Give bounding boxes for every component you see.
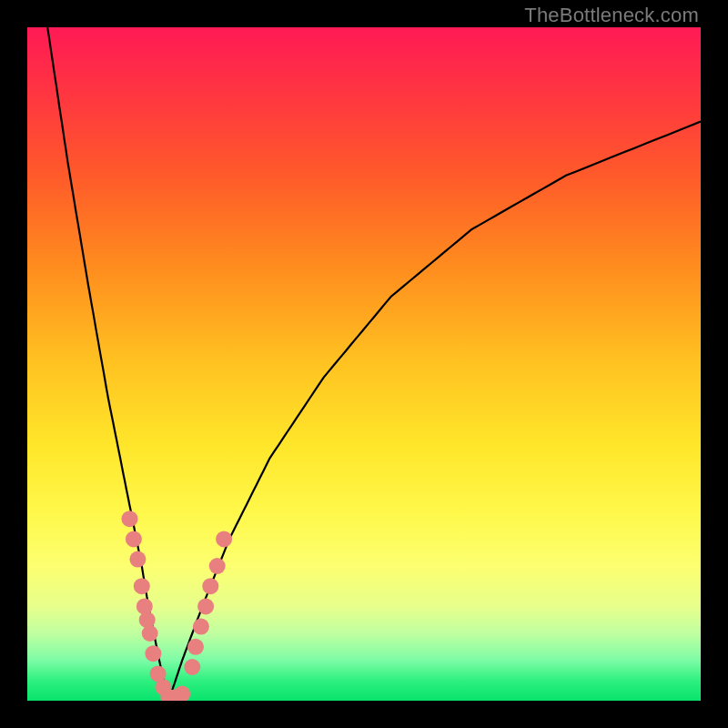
- data-dot: [122, 511, 138, 527]
- data-dot: [139, 612, 156, 628]
- data-dot: [145, 645, 161, 662]
- data-dot: [142, 625, 158, 642]
- data-dot: [126, 531, 142, 547]
- outer-frame: TheBottleneck.com: [0, 0, 728, 728]
- data-dot: [129, 551, 146, 568]
- data-dots: [122, 511, 233, 701]
- data-dot: [197, 598, 214, 614]
- data-dot: [209, 558, 226, 574]
- plot-area: [27, 27, 701, 701]
- data-dot: [216, 531, 232, 547]
- curve-right-branch: [168, 122, 701, 701]
- data-dot: [193, 619, 209, 635]
- data-dot: [134, 578, 150, 594]
- data-dot: [202, 578, 218, 594]
- data-dot: [187, 639, 204, 655]
- watermark-label: TheBottleneck.com: [524, 4, 699, 27]
- data-dot: [184, 659, 200, 675]
- data-dot: [174, 686, 190, 701]
- curve-left-branch: [47, 27, 168, 701]
- curve-layer: [27, 27, 701, 701]
